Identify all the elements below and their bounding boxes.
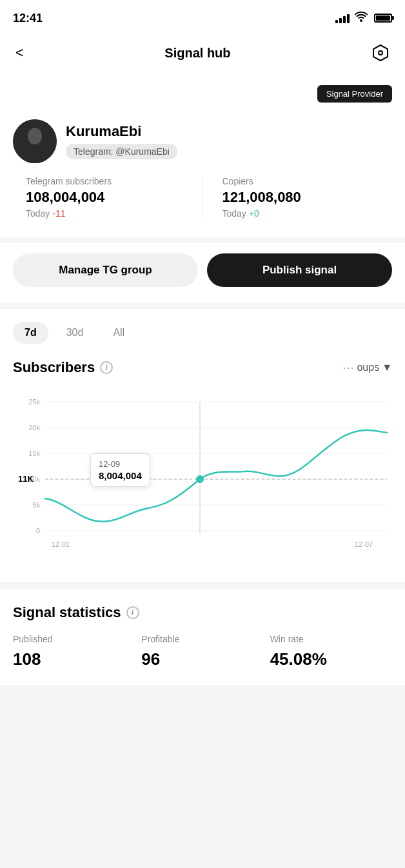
section-title-row: Subscribers i — [13, 359, 113, 376]
groups-dropdown-icon: ▼ — [382, 362, 392, 373]
signal-provider-badge: Signal Provider — [317, 85, 392, 103]
settings-button[interactable] — [369, 41, 392, 64]
subscribers-info-icon[interactable]: i — [100, 361, 113, 374]
status-time: 12:41 — [13, 12, 43, 25]
winrate-stat: Win rate 45.08% — [270, 634, 392, 669]
groups-label: oups — [357, 362, 379, 373]
signal-stats-title-row: Signal statistics i — [13, 604, 392, 621]
svg-rect-5 — [23, 149, 46, 163]
copiers-today: Today +0 — [222, 208, 380, 219]
wifi-icon — [355, 12, 368, 25]
profile-card: Signal Provider KurumaEbi Telegram: @Kur… — [0, 75, 405, 237]
page-title: Signal hub — [164, 46, 230, 61]
back-button[interactable]: < — [13, 42, 26, 64]
chart-section: 7d 30d All Subscribers i ··· oups ▼ 25k … — [0, 309, 405, 582]
svg-text:11K: 11K — [18, 474, 34, 484]
profile-telegram: Telegram: @KurumaEbi — [66, 144, 177, 159]
profitable-stat: Profitable 96 — [141, 634, 263, 669]
signal-stats-info-icon[interactable]: i — [126, 606, 139, 619]
svg-text:5k: 5k — [32, 501, 40, 509]
published-stat: Published 108 — [13, 634, 135, 669]
subscribers-section-header: Subscribers i ··· oups ▼ — [13, 359, 392, 376]
stats-divider — [202, 176, 203, 219]
svg-text:15k: 15k — [28, 449, 40, 457]
winrate-value: 45.08% — [270, 649, 392, 669]
svg-text:12-01: 12-01 — [52, 540, 70, 548]
copiers-value: 121,008,080 — [222, 189, 380, 206]
groups-filter[interactable]: ··· oups ▼ — [342, 361, 392, 375]
groups-dots: ··· — [342, 361, 354, 375]
stats-row: Telegram subscribers 108,004,004 Today -… — [13, 163, 392, 221]
status-icons — [335, 12, 392, 25]
svg-text:0: 0 — [36, 527, 40, 535]
telegram-subscribers-stat: Telegram subscribers 108,004,004 Today -… — [26, 176, 183, 219]
status-bar: 12:41 — [0, 0, 405, 34]
publish-signal-button[interactable]: Publish signal — [207, 253, 392, 287]
battery-icon — [374, 14, 392, 23]
copiers-label: Copiers — [222, 176, 380, 186]
signal-stats-grid: Published 108 Profitable 96 Win rate 45.… — [13, 634, 392, 669]
avatar — [13, 119, 57, 163]
svg-point-21 — [196, 475, 204, 483]
svg-text:12-07: 12-07 — [355, 540, 373, 548]
subscribers-title: Subscribers — [13, 359, 95, 376]
profile-text: KurumaEbi Telegram: @KurumaEbi — [66, 123, 392, 159]
profitable-value: 96 — [141, 649, 263, 669]
winrate-label: Win rate — [270, 634, 392, 644]
svg-text:25k: 25k — [28, 398, 40, 406]
header: < Signal hub — [0, 34, 405, 75]
subscribers-value: 108,004,004 — [26, 189, 183, 206]
tab-30d[interactable]: 30d — [55, 322, 95, 344]
time-tabs: 7d 30d All — [13, 322, 392, 344]
published-label: Published — [13, 634, 135, 644]
subscribers-chart: 25k 20k 15k 10k 5k 0 11K 12-01 12-07 — [13, 389, 392, 569]
copiers-stat: Copiers 121,008,080 Today +0 — [222, 176, 380, 219]
svg-point-1 — [379, 51, 382, 55]
tab-7d[interactable]: 7d — [13, 322, 48, 344]
svg-marker-0 — [373, 45, 388, 61]
signal-stats-title: Signal statistics — [13, 604, 121, 621]
profile-info: KurumaEbi Telegram: @KurumaEbi — [13, 117, 392, 163]
copiers-today-change: +0 — [249, 208, 259, 219]
action-buttons: Manage TG group Publish signal — [0, 243, 405, 302]
subscribers-today-change: -11 — [52, 208, 65, 219]
signal-bars-icon — [335, 13, 350, 23]
subscribers-today: Today -11 — [26, 208, 183, 219]
signal-stats-section: Signal statistics i Published 108 Profit… — [0, 589, 405, 685]
profile-name: KurumaEbi — [66, 123, 392, 140]
manage-tg-button[interactable]: Manage TG group — [13, 253, 198, 287]
profitable-label: Profitable — [141, 634, 263, 644]
chart-container: 25k 20k 15k 10k 5k 0 11K 12-01 12-07 12-… — [13, 389, 392, 569]
svg-point-3 — [28, 128, 42, 144]
tab-all[interactable]: All — [101, 322, 136, 344]
published-value: 108 — [13, 649, 135, 669]
svg-text:20k: 20k — [28, 424, 40, 431]
subscribers-label: Telegram subscribers — [26, 176, 183, 186]
